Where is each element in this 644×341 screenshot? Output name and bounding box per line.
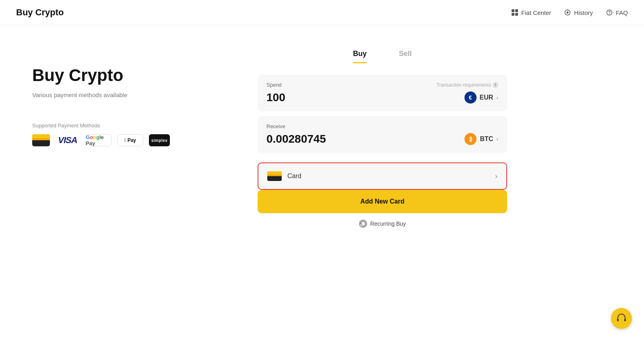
eur-icon: € (464, 91, 477, 104)
btc-code: BTC (480, 135, 493, 143)
svg-rect-1 (515, 9, 518, 12)
svg-text:?: ? (608, 10, 611, 15)
card-label: Card (287, 173, 301, 180)
card-icon-medium (267, 171, 282, 181)
history-label: History (574, 9, 593, 16)
applepay-payment-icon:  Pay (117, 134, 143, 146)
receive-box: Receive 0.00280745 ₿ BTC › (258, 116, 507, 153)
main-content: Buy Crypto Various payment methods avail… (0, 25, 644, 338)
eur-chevron: › (496, 94, 498, 101)
svg-point-5 (567, 12, 569, 14)
spend-box: Spend Transaction requirements i 100 € E… (258, 75, 507, 111)
header-nav: Fiat Center History ? FAQ (511, 9, 628, 16)
main-heading: Buy Crypto (32, 66, 225, 85)
faq-nav[interactable]: ? FAQ (606, 9, 628, 16)
history-nav[interactable]: History (564, 9, 593, 16)
buy-sell-tabs: Buy Sell (258, 50, 507, 63)
recurring-buy[interactable]: Recurring Buy (258, 220, 507, 228)
question-icon: ? (606, 9, 613, 16)
tab-buy[interactable]: Buy (353, 50, 367, 63)
transaction-requirements: Transaction requirements i (436, 82, 498, 88)
card-payment-icon (32, 134, 50, 146)
visa-payment-icon: VISA (56, 134, 80, 146)
btc-currency-selector[interactable]: ₿ BTC › (464, 133, 498, 145)
spend-value-row: 100 € EUR › (266, 91, 498, 104)
eur-code: EUR (480, 94, 493, 101)
svg-rect-2 (512, 13, 514, 16)
receive-value[interactable]: 0.00280745 (266, 133, 326, 146)
svg-rect-3 (515, 13, 518, 16)
add-new-card-button[interactable]: Add New Card (258, 190, 507, 213)
right-panel: Buy Sell Spend Transaction requirements … (258, 50, 507, 322)
main-subtitle: Various payment methods available (32, 91, 225, 98)
spend-label-row: Spend Transaction requirements i (266, 82, 498, 88)
spend-label: Spend (266, 82, 282, 88)
left-panel: Buy Crypto Various payment methods avail… (32, 50, 225, 322)
header: Buy Crypto Fiat Center Histor (0, 0, 644, 25)
payment-methods-label: Supported Payment Methods (32, 123, 225, 129)
fiat-center-label: Fiat Center (521, 9, 551, 16)
grid-icon (511, 9, 518, 16)
svg-rect-0 (512, 9, 514, 12)
support-button[interactable] (611, 308, 632, 329)
card-left: Card (267, 171, 301, 181)
simplex-payment-icon: simplex (149, 134, 170, 146)
card-selection[interactable]: Card › (258, 162, 507, 190)
btc-chevron: › (496, 136, 498, 142)
receive-label: Receive (266, 123, 285, 129)
info-icon: i (493, 82, 498, 88)
card-chevron: › (495, 172, 497, 181)
btc-icon: ₿ (464, 133, 477, 145)
receive-label-row: Receive (266, 123, 498, 129)
payment-methods-section: Supported Payment Methods VISA Google Pa… (32, 123, 225, 146)
receive-value-row: 0.00280745 ₿ BTC › (266, 133, 498, 146)
eur-currency-selector[interactable]: € EUR › (464, 91, 498, 104)
headset-icon (617, 313, 626, 324)
svg-rect-10 (624, 319, 626, 321)
gpay-payment-icon: Google Pay (85, 134, 111, 146)
fiat-center-nav[interactable]: Fiat Center (511, 9, 551, 16)
recurring-icon (359, 220, 367, 228)
page-title: Buy Crypto (16, 7, 64, 18)
spend-value[interactable]: 100 (266, 91, 285, 104)
payment-icons-row: VISA Google Pay  Pay simplex (32, 134, 225, 146)
recurring-buy-label: Recurring Buy (370, 220, 406, 227)
tab-sell[interactable]: Sell (399, 50, 412, 63)
history-icon (564, 9, 571, 16)
svg-rect-9 (617, 319, 619, 321)
faq-label: FAQ (616, 9, 628, 16)
